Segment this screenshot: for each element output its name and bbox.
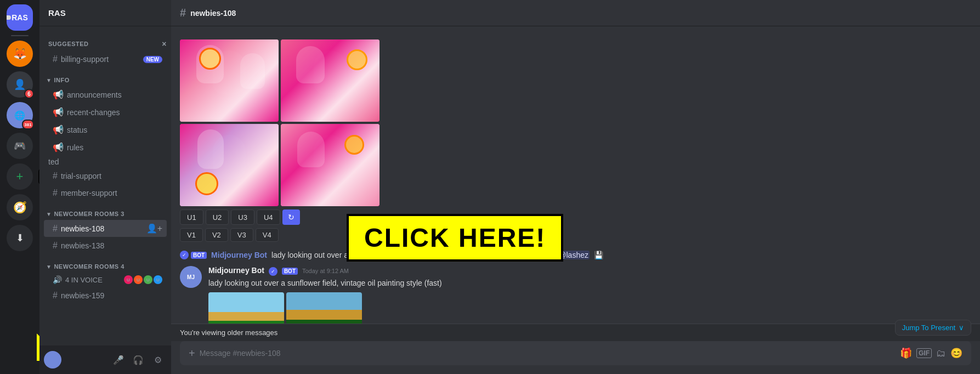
channel-newbies-138[interactable]: # newbies-138 bbox=[44, 237, 167, 254]
channel-trial-support[interactable]: # trial-support bbox=[44, 168, 167, 184]
suggested-close-button[interactable]: × bbox=[162, 39, 167, 48]
chat-messages-container: U1 U2 U3 U4 ↻ V1 V2 V3 V4 ✓ BOT bbox=[171, 26, 980, 324]
server-icon-2[interactable]: 👤 6 bbox=[7, 71, 33, 98]
channel-rules[interactable]: 📢 rules bbox=[44, 139, 167, 156]
channel-announcements[interactable]: 📢 announcements bbox=[44, 86, 167, 103]
click-here-overlay: CLICK HERE! bbox=[347, 214, 563, 262]
input-toolbar-icons: 🎁 GIF 🗂 😊 bbox=[900, 347, 962, 359]
voice-channel-in[interactable]: 🔊 4 IN VOICE U U U U bbox=[44, 273, 167, 287]
server-icon-3-badge: 381 bbox=[22, 120, 34, 129]
bot-badge-2: BOT bbox=[282, 268, 298, 275]
refresh-button[interactable]: ↻ bbox=[282, 209, 300, 225]
newcomer-3-chevron-icon: ▼ bbox=[46, 211, 52, 217]
channel-recent-changes[interactable]: 📢 recent-changes bbox=[44, 104, 167, 121]
jump-to-present-button[interactable]: Jump To Present ∨ bbox=[895, 320, 971, 336]
server-icon-4-label: 🎮 bbox=[14, 140, 26, 152]
v3-button[interactable]: V3 bbox=[230, 228, 253, 242]
u1-button[interactable]: U1 bbox=[180, 209, 203, 225]
billing-support-new-badge: NEW bbox=[143, 56, 162, 63]
channel-newbies-108[interactable]: # newbies-108 👤+ bbox=[44, 220, 167, 237]
server-icon-1[interactable]: 🦊 bbox=[7, 41, 33, 67]
u4-button[interactable]: U4 bbox=[257, 209, 280, 225]
chat-input-area: + 🎁 GIF 🗂 😊 bbox=[171, 341, 980, 374]
sidebar-user-area: 🎤 🎧 ⚙ bbox=[39, 345, 171, 374]
suggested-label: SUGGESTED bbox=[48, 41, 89, 47]
status-label: status bbox=[67, 126, 162, 134]
gift-icon[interactable]: 🎁 bbox=[900, 347, 912, 359]
info-category[interactable]: ▼ INFO bbox=[39, 68, 171, 86]
server-icon-3[interactable]: 🌐 381 bbox=[7, 102, 33, 128]
message-group-mention: ✓ BOT Midjourney Bot lady looking out ov… bbox=[180, 248, 971, 262]
sidebar-bottom-icons: 🎤 🎧 ⚙ bbox=[110, 351, 167, 369]
download-button[interactable]: ⬇ bbox=[7, 225, 33, 251]
voice-users-list: U U U U bbox=[124, 275, 162, 284]
channel-newbies-159[interactable]: # newbies-159 bbox=[44, 287, 167, 304]
image-cell-3 bbox=[180, 124, 279, 206]
server-icon-3-label: 🌐 bbox=[14, 110, 25, 121]
ted-text: ted bbox=[48, 157, 59, 166]
announcements-label: announcements bbox=[67, 90, 162, 99]
explore-icon: 🧭 bbox=[13, 201, 27, 214]
newbies-138-hash-icon: # bbox=[53, 241, 58, 251]
v4-button[interactable]: V4 bbox=[256, 228, 279, 242]
add-server-button[interactable]: + bbox=[7, 163, 33, 190]
add-attachment-button[interactable]: + bbox=[189, 347, 195, 360]
u2-button[interactable]: U2 bbox=[206, 209, 229, 225]
sunflower-image-2 bbox=[286, 292, 362, 324]
server-name-header[interactable]: RAS bbox=[39, 0, 171, 26]
statue-image-1 bbox=[180, 39, 279, 122]
chat-input-box: + 🎁 GIF 🗂 😊 bbox=[180, 341, 971, 365]
newcomer-rooms-3-category[interactable]: ▼ NEWCOMER ROOMS 3 bbox=[39, 202, 171, 219]
newcomer-rooms-3-label: NEWCOMER ROOMS 3 bbox=[54, 211, 124, 217]
statue-image-2 bbox=[281, 39, 379, 122]
jump-to-present-label: Jump To Present bbox=[902, 324, 955, 332]
trial-support-label: trial-support bbox=[61, 172, 162, 180]
microphone-slash-icon: 🎤 bbox=[113, 355, 124, 365]
channel-rules-icon: 📢 bbox=[53, 142, 64, 152]
server-icon-2-badge: 6 bbox=[24, 89, 34, 99]
server-icon-ras[interactable]: RAS bbox=[7, 4, 33, 31]
user-settings-button[interactable]: ⚙ bbox=[149, 351, 167, 369]
newcomer-4-chevron-icon: ▼ bbox=[46, 264, 52, 270]
emoji-icon[interactable]: 😊 bbox=[950, 347, 962, 359]
suggested-section-header: SUGGESTED × bbox=[39, 31, 171, 50]
newbies-108-hash-icon: # bbox=[53, 224, 58, 234]
channel-header-hash-icon: # bbox=[180, 7, 186, 19]
chat-header: # newbies-108 bbox=[171, 0, 980, 26]
mute-microphone-button[interactable]: 🎤 bbox=[110, 351, 127, 369]
headphones-icon: 🎧 bbox=[133, 355, 144, 365]
partial-text-ted: ted bbox=[39, 156, 171, 167]
add-server-tooltip: ted Add a Server bbox=[38, 168, 39, 185]
deafen-button[interactable]: 🎧 bbox=[129, 351, 147, 369]
sticker-icon[interactable]: 🗂 bbox=[936, 348, 946, 359]
explore-button[interactable]: 🧭 bbox=[7, 194, 33, 220]
add-user-to-channel-button[interactable]: 👤+ bbox=[146, 223, 162, 234]
current-user-avatar[interactable] bbox=[44, 351, 61, 369]
verified-check-icon: ✓ bbox=[180, 251, 189, 259]
info-category-label: INFO bbox=[54, 77, 69, 83]
sunflower-message-text: lady looking out over a sunflower field,… bbox=[208, 279, 442, 287]
statue-image-3 bbox=[180, 124, 279, 206]
save-icon[interactable]: 💾 bbox=[594, 251, 603, 259]
server-icon-4[interactable]: 🎮 bbox=[7, 133, 33, 159]
sunflower-image-1 bbox=[208, 292, 284, 324]
add-server-container: + ted Add a Server bbox=[7, 163, 33, 190]
v2-button[interactable]: V2 bbox=[205, 228, 228, 242]
newcomer-rooms-4-category[interactable]: ▼ NEWCOMER ROOMS 4 bbox=[39, 254, 171, 272]
midjourney-bot-avatar: MJ bbox=[180, 266, 202, 288]
image-grid-2x2 bbox=[180, 39, 379, 206]
channel-sidebar: RAS SUGGESTED × # billing-support NEW ▼ … bbox=[39, 0, 171, 374]
message-input[interactable] bbox=[200, 349, 896, 358]
member-support-label: member-support bbox=[61, 189, 162, 197]
gif-icon[interactable]: GIF bbox=[916, 348, 932, 358]
voice-speaker-icon: 🔊 bbox=[53, 275, 62, 284]
message-content-sunflower: Midjourney Bot ✓ BOT Today at 9:12 AM la… bbox=[208, 266, 971, 324]
bot-verified-icon: ✓ bbox=[269, 267, 277, 276]
v1-button[interactable]: V1 bbox=[180, 228, 203, 242]
image-cell-2 bbox=[281, 39, 379, 122]
u3-button[interactable]: U3 bbox=[231, 209, 254, 225]
channel-billing-support[interactable]: # billing-support NEW bbox=[44, 51, 167, 67]
channel-member-support[interactable]: # member-support bbox=[44, 185, 167, 201]
billing-support-label: billing-support bbox=[61, 55, 140, 64]
channel-status[interactable]: 📢 status bbox=[44, 121, 167, 138]
